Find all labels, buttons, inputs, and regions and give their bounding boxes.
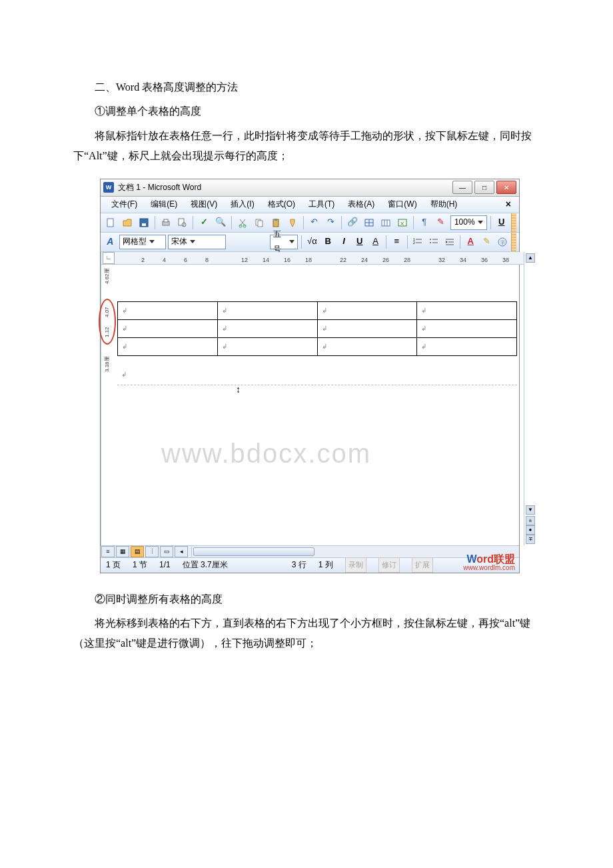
hyperlink-icon[interactable]: 🔗 [345, 215, 360, 231]
table-cell[interactable]: ↲ [118, 337, 218, 355]
table-cell[interactable]: ↲ [118, 301, 218, 319]
status-column: 1 列 [318, 557, 333, 573]
separator-icon [460, 235, 460, 249]
spellcheck-icon[interactable]: ✓ [197, 215, 211, 231]
style-icon[interactable]: A [103, 234, 117, 250]
show-marks-icon[interactable]: ✎ [434, 215, 448, 231]
asian-layout-icon[interactable]: 字 [495, 234, 509, 250]
underline-icon[interactable]: U [352, 234, 366, 250]
scroll-up-icon[interactable]: ▲ [526, 253, 535, 263]
insert-table-icon[interactable] [378, 215, 393, 231]
menu-insert[interactable]: 插入(I) [224, 195, 261, 213]
toolbar-standard: ✓ 🔍 ↶ ↷ 🔗 X ¶ ✎ 100% U [101, 213, 519, 233]
excel-icon[interactable]: X [395, 215, 410, 231]
window-title: 文档 1 - Microsoft Word [118, 180, 450, 195]
menu-tools[interactable]: 工具(T) [302, 195, 341, 213]
document-body[interactable]: ↲ ↲ ↲ ↲ ↲ ↲ ↲ ↲ ↲ ↲ [101, 265, 524, 545]
horizontal-ruler[interactable]: ∟ 2 4 6 8 12 14 16 18 22 24 26 28 32 34 … [101, 252, 524, 265]
print-layout-view-icon[interactable]: ▤ [131, 546, 144, 557]
redo-icon[interactable]: ↷ [324, 215, 338, 231]
font-color-icon[interactable]: A [464, 234, 478, 250]
save-icon[interactable] [137, 215, 151, 231]
indent-icon[interactable] [442, 234, 456, 250]
sample-table[interactable]: ↲ ↲ ↲ ↲ ↲ ↲ ↲ ↲ ↲ ↲ [117, 301, 517, 356]
menu-window[interactable]: 窗口(W) [381, 195, 423, 213]
table-cell[interactable]: ↲ [417, 319, 517, 337]
status-section: 1 节 [133, 557, 147, 573]
table-row[interactable]: ↲ ↲ ↲ ↲ [118, 319, 517, 337]
doc-map-icon[interactable]: ¶ [417, 215, 432, 231]
paragraph-mark-icon: ↲ [117, 368, 517, 381]
formula-icon[interactable]: √α [305, 234, 319, 250]
maximize-button[interactable]: □ [474, 181, 494, 194]
status-pages: 1/1 [159, 557, 171, 573]
align-icon[interactable]: ≡ [390, 234, 404, 250]
highlight-icon[interactable]: ✎ [480, 234, 494, 250]
table-cell[interactable]: ↲ [417, 301, 517, 319]
menu-table[interactable]: 表格(A) [341, 195, 381, 213]
toolbar-overflow-icon[interactable] [511, 213, 516, 232]
scroll-thumb[interactable] [193, 547, 314, 556]
table-cell[interactable]: ↲ [317, 319, 417, 337]
menu-format[interactable]: 格式(O) [261, 195, 302, 213]
toolbar-overflow-icon[interactable] [511, 233, 516, 251]
font-size-combo[interactable]: 五号 [270, 235, 298, 249]
print-preview-icon[interactable] [175, 215, 190, 231]
style-combo[interactable]: 网格型 [119, 235, 166, 249]
watermark: www.bdocx.com [161, 428, 371, 479]
subheading-1: ①调整单个表格的高度 [73, 101, 546, 121]
table-row[interactable]: ↲ ↲ ↲ ↲ [118, 337, 517, 355]
format-painter-icon[interactable] [285, 215, 300, 231]
font-combo[interactable]: 宋体 [168, 235, 226, 249]
word-screenshot: W 文档 1 - Microsoft Word — □ ✕ 文件(F) 编辑(E… [100, 179, 520, 573]
numbered-list-icon[interactable]: 12 [411, 234, 425, 250]
zoom-combo[interactable]: 100% [450, 215, 487, 230]
font-color-border-icon[interactable]: A [368, 234, 382, 250]
underline-icon[interactable]: U [494, 215, 509, 231]
tables-borders-icon[interactable] [362, 215, 376, 231]
scroll-down-icon[interactable]: ▼ [526, 505, 535, 515]
print-icon[interactable] [159, 215, 173, 231]
status-record[interactable]: 录制 [345, 557, 366, 573]
next-page-icon[interactable]: ∓ [526, 535, 535, 544]
table-cell[interactable]: ↲ [217, 337, 317, 355]
menu-edit[interactable]: 编辑(E) [144, 195, 184, 213]
minimize-button[interactable]: — [452, 181, 472, 194]
status-track[interactable]: 修订 [378, 557, 400, 573]
separator-icon [386, 235, 386, 249]
table-cell[interactable]: ↲ [217, 301, 317, 319]
table-cell[interactable]: ↲ [317, 301, 417, 319]
bullet-list-icon[interactable] [426, 234, 440, 250]
prev-page-icon[interactable]: ± [526, 516, 535, 525]
status-extend[interactable]: 扩展 [412, 557, 433, 573]
table-row[interactable]: ↲ ↲ ↲ ↲ [118, 301, 517, 319]
undo-icon[interactable]: ↶ [307, 215, 322, 231]
bold-icon[interactable]: B [321, 234, 335, 250]
menu-view[interactable]: 视图(V) [184, 195, 224, 213]
close-button[interactable]: ✕ [496, 181, 516, 194]
svg-text:X: X [400, 221, 404, 227]
tab-stop-icon[interactable]: ∟ [103, 252, 115, 264]
research-icon[interactable]: 🔍 [213, 215, 228, 231]
normal-view-icon[interactable]: ≡ [101, 546, 115, 557]
new-icon[interactable] [103, 215, 118, 231]
table-cell[interactable]: ↲ [217, 319, 317, 337]
italic-icon[interactable]: I [337, 234, 351, 250]
reading-view-icon[interactable]: ▭ [160, 546, 173, 557]
table-cell[interactable]: ↲ [417, 337, 517, 355]
menu-help[interactable]: 帮助(H) [424, 195, 464, 213]
svg-rect-16 [382, 220, 390, 226]
table-cell[interactable]: ↲ [118, 319, 218, 337]
cut-icon[interactable] [235, 215, 250, 231]
table-cell[interactable]: ↲ [317, 337, 417, 355]
web-view-icon[interactable]: ▦ [116, 546, 129, 557]
separator-icon [231, 216, 232, 229]
open-icon[interactable] [120, 215, 135, 231]
copy-icon[interactable] [252, 215, 267, 231]
browse-object-icon[interactable]: ● [526, 525, 535, 535]
outline-view-icon[interactable]: ⋮ [145, 546, 159, 557]
scroll-left-icon[interactable]: ◂ [175, 546, 188, 557]
vertical-scrollbar[interactable]: ▲ ▼ ± ● ∓ [524, 252, 524, 545]
menu-file[interactable]: 文件(F) [105, 195, 144, 213]
close-document-button[interactable]: × [502, 195, 515, 213]
